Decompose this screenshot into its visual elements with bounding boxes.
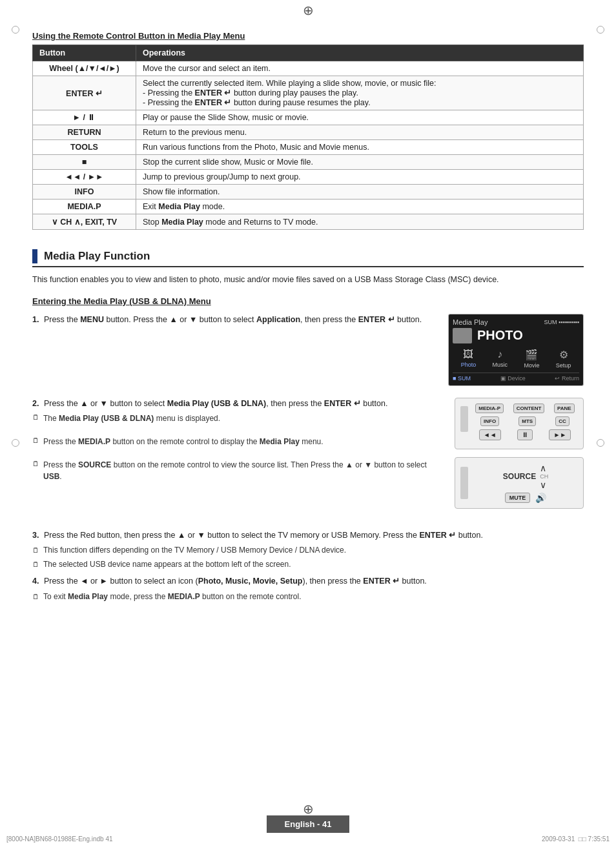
blue-accent-bar [32, 249, 37, 263]
operation-cell: Exit Media Play mode. [136, 199, 584, 214]
remote-control-table: Button Operations Wheel (▲/▼/◄/►) Move t… [32, 45, 584, 230]
operation-cell: Show file information. [136, 185, 584, 199]
table-row: RETURN Return to the previous menu. [33, 125, 584, 140]
section-heading: Media Play Function [44, 250, 150, 263]
button-cell: ■ [33, 155, 136, 170]
operation-cell: Run various functions from the Photo, Mu… [136, 140, 584, 155]
section-header: Media Play Function [32, 249, 584, 267]
remote-screenshot-2: SOURCE ∧ CH ∨ MUTE 🔊 [455, 457, 584, 509]
table-row: INFO Show file information. [33, 185, 584, 199]
step-2-note-1: 🗒 The Media Play (USB & DLNA) menu is di… [32, 413, 444, 424]
button-cell: INFO [33, 185, 136, 199]
table-row: ∨ CH ∧, EXIT, TV Stop Media Play mode an… [33, 214, 584, 230]
button-cell: ◄◄ / ►► [33, 170, 136, 185]
margin-dot-1 [12, 26, 19, 34]
page-number-box: English - 41 [267, 815, 350, 833]
col-header-button: Button [33, 45, 136, 61]
table-row: ► / ⏸ Play or pause the Slide Show, musi… [33, 110, 584, 125]
margin-dot-2 [12, 439, 19, 447]
step-2-row: 2. Press the ▲ or ▼ button to select Med… [32, 398, 584, 509]
button-cell: ► / ⏸ [33, 110, 136, 125]
operation-cell: Stop the current slide show, Music or Mo… [136, 155, 584, 170]
button-cell: MEDIA.P [33, 199, 136, 214]
step-3: 3. Press the Red button, then press the … [32, 529, 584, 570]
step-3-note-1: 🗒 This function differs depending on the… [32, 544, 584, 556]
table-row: ◄◄ / ►► Jump to previous group/Jump to n… [33, 170, 584, 185]
operation-cell: Stop Media Play mode and Returns to TV m… [136, 214, 584, 230]
button-cell: ENTER ↵ [33, 76, 136, 110]
step-2-text: 2. Press the ▲ or ▼ button to select Med… [32, 398, 444, 410]
step-2-note-2: 🗒 Press the MEDIA.P button on the remote… [32, 436, 444, 447]
step-1-text: 1. Press the MENU button. Press the ▲ or… [32, 314, 438, 326]
final-steps-area: 3. Press the Red button, then press the … [32, 529, 584, 608]
operation-cell: Jump to previous group/Jump to next grou… [136, 170, 584, 185]
table-row: ENTER ↵ Select the currently selected it… [33, 76, 584, 110]
table-row: ■ Stop the current slide show, Music or … [33, 155, 584, 170]
step-3-note-2: 🗒 The selected USB device name appears a… [32, 558, 584, 570]
step-2-note-3: 🗒 Press the SOURCE button on the remote … [32, 459, 444, 482]
top-compass-icon: ⊕ [303, 3, 314, 18]
page-footer: English - 41 [8000-NA]BN68-01988E-Eng.in… [0, 815, 616, 843]
button-cell: TOOLS [33, 140, 136, 155]
tv-screenshot-1: Media Play SUM ▪▪▪▪▪▪▪▪▪▪ PHOTO 🖼 Photo [448, 314, 584, 386]
bottom-compass-icon: ⊕ [303, 801, 314, 817]
table-section-title: Using the Remote Control Button in Media… [32, 31, 584, 41]
margin-dot-4 [597, 439, 604, 447]
table-row: Wheel (▲/▼/◄/►) Move the cursor and sele… [33, 61, 584, 76]
table-row: MEDIA.P Exit Media Play mode. [33, 199, 584, 214]
footer-date-time: 2009-03-31 □□ 7:35:51 [542, 835, 610, 843]
footer-file-info: [8000-NA]BN68-01988E-Eng.indb 41 [6, 835, 113, 843]
margin-dot-3 [597, 26, 604, 34]
operation-cell: Return to the previous menu. [136, 125, 584, 140]
step-4: 4. Press the ◄ or ► button to select an … [32, 575, 584, 602]
button-cell: ∨ CH ∧, EXIT, TV [33, 214, 136, 230]
operation-cell: Play or pause the Slide Show, music or m… [136, 110, 584, 125]
step-4-note-1: 🗒 To exit Media Play mode, press the MED… [32, 591, 584, 602]
button-cell: Wheel (▲/▼/◄/►) [33, 61, 136, 76]
section-intro: This function enables you to view and li… [32, 274, 584, 286]
sub-section-heading: Entering the Media Play (USB & DLNA) Men… [32, 296, 584, 306]
table-row: TOOLS Run various functions from the Pho… [33, 140, 584, 155]
remote-screenshot-1: MEDIA-P CONTENT PANE INFO MTS CC [455, 398, 584, 449]
operation-cell: Move the cursor and select an item. [136, 61, 584, 76]
col-header-operations: Operations [136, 45, 584, 61]
operation-cell: Select the currently selected item. Whil… [136, 76, 584, 110]
step-1-row: 1. Press the MENU button. Press the ▲ or… [32, 314, 584, 386]
button-cell: RETURN [33, 125, 136, 140]
